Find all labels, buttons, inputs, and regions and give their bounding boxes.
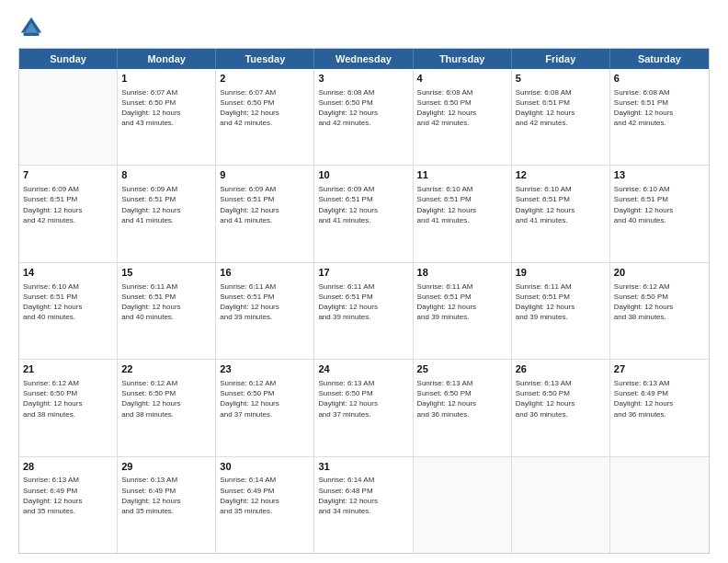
cell-info-line: and 39 minutes. (318, 312, 408, 322)
cell-info-line: Sunset: 6:50 PM (417, 98, 507, 108)
calendar-cell: 23Sunrise: 6:12 AMSunset: 6:50 PMDayligh… (216, 360, 314, 455)
cell-info-line: Sunset: 6:50 PM (516, 388, 606, 398)
day-number: 20 (614, 266, 705, 280)
day-number: 9 (220, 168, 310, 182)
cell-info-line: Sunrise: 6:11 AM (220, 282, 310, 292)
calendar-cell: 12Sunrise: 6:10 AMSunset: 6:51 PMDayligh… (512, 166, 610, 261)
cell-info-line: Sunrise: 6:10 AM (417, 184, 507, 194)
cell-info-line: Daylight: 12 hours (614, 108, 705, 118)
cell-info-line: Sunset: 6:50 PM (220, 388, 310, 398)
cell-info-line: and 37 minutes. (318, 409, 408, 419)
day-number: 2 (220, 72, 310, 86)
cell-info-line: and 40 minutes. (121, 312, 211, 322)
header (18, 15, 710, 40)
calendar-cell: 11Sunrise: 6:10 AMSunset: 6:51 PMDayligh… (414, 166, 512, 261)
calendar-cell: 22Sunrise: 6:12 AMSunset: 6:50 PMDayligh… (118, 360, 216, 455)
cell-info-line: Sunset: 6:49 PM (23, 486, 113, 496)
cell-info-line: Sunrise: 6:10 AM (23, 282, 113, 292)
cell-info-line: Daylight: 12 hours (417, 108, 507, 118)
day-number: 15 (121, 266, 211, 280)
cell-info-line: and 39 minutes. (417, 312, 507, 322)
cell-info-line: Sunset: 6:49 PM (121, 486, 211, 496)
cell-info-line: Sunset: 6:49 PM (614, 388, 705, 398)
cell-info-line: Sunset: 6:49 PM (220, 486, 310, 496)
day-number: 12 (516, 168, 606, 182)
cell-info-line: and 35 minutes. (23, 506, 113, 516)
header-day-monday: Monday (118, 49, 216, 69)
cell-info-line: Daylight: 12 hours (516, 108, 606, 118)
page: SundayMondayTuesdayWednesdayThursdayFrid… (0, 0, 728, 563)
cell-info-line: Sunrise: 6:09 AM (318, 184, 408, 194)
cell-info-line: Daylight: 12 hours (614, 205, 705, 215)
calendar-cell (512, 457, 610, 553)
cell-info-line: Sunrise: 6:10 AM (614, 184, 705, 194)
cell-info-line: Daylight: 12 hours (121, 302, 211, 312)
cell-info-line: and 35 minutes. (220, 506, 310, 516)
calendar-cell: 26Sunrise: 6:13 AMSunset: 6:50 PMDayligh… (512, 360, 610, 455)
calendar-cell: 3Sunrise: 6:08 AMSunset: 6:50 PMDaylight… (314, 69, 413, 165)
day-number: 14 (23, 266, 113, 280)
day-number: 3 (318, 72, 408, 86)
cell-info-line: and 41 minutes. (516, 215, 606, 225)
cell-info-line: Sunrise: 6:12 AM (121, 378, 211, 388)
cell-info-line: Sunset: 6:51 PM (318, 194, 408, 204)
cell-info-line: and 42 minutes. (318, 118, 408, 128)
logo (18, 15, 48, 40)
svg-rect-2 (24, 33, 40, 37)
calendar-cell: 20Sunrise: 6:12 AMSunset: 6:50 PMDayligh… (610, 263, 709, 359)
cell-info-line: Daylight: 12 hours (220, 302, 310, 312)
day-number: 30 (220, 460, 310, 474)
calendar-row-0: 1Sunrise: 6:07 AMSunset: 6:50 PMDaylight… (19, 69, 709, 166)
calendar-cell: 14Sunrise: 6:10 AMSunset: 6:51 PMDayligh… (19, 263, 118, 359)
cell-info-line: Sunset: 6:50 PM (121, 98, 211, 108)
header-day-saturday: Saturday (610, 49, 709, 69)
cell-info-line: Sunset: 6:48 PM (318, 486, 408, 496)
cell-info-line: Sunrise: 6:11 AM (121, 282, 211, 292)
cell-info-line: Daylight: 12 hours (23, 496, 113, 506)
calendar-row-4: 28Sunrise: 6:13 AMSunset: 6:49 PMDayligh… (19, 457, 709, 553)
header-day-wednesday: Wednesday (314, 49, 413, 69)
day-number: 28 (23, 460, 113, 474)
cell-info-line: and 34 minutes. (318, 506, 408, 516)
cell-info-line: Sunset: 6:51 PM (220, 194, 310, 204)
cell-info-line: Daylight: 12 hours (516, 302, 606, 312)
cell-info-line: and 42 minutes. (516, 118, 606, 128)
cell-info-line: Sunset: 6:51 PM (121, 292, 211, 302)
calendar-header: SundayMondayTuesdayWednesdayThursdayFrid… (19, 49, 709, 69)
day-number: 6 (614, 72, 705, 86)
calendar-cell: 31Sunrise: 6:14 AMSunset: 6:48 PMDayligh… (314, 457, 413, 553)
day-number: 19 (516, 266, 606, 280)
cell-info-line: Daylight: 12 hours (220, 205, 310, 215)
cell-info-line: Daylight: 12 hours (614, 398, 705, 408)
cell-info-line: Daylight: 12 hours (318, 205, 408, 215)
calendar-cell: 8Sunrise: 6:09 AMSunset: 6:51 PMDaylight… (118, 166, 216, 261)
calendar-cell: 18Sunrise: 6:11 AMSunset: 6:51 PMDayligh… (414, 263, 512, 359)
cell-info-line: Daylight: 12 hours (417, 302, 507, 312)
cell-info-line: Sunset: 6:51 PM (121, 194, 211, 204)
cell-info-line: Sunset: 6:51 PM (23, 194, 113, 204)
cell-info-line: Sunrise: 6:09 AM (220, 184, 310, 194)
cell-info-line: Sunset: 6:50 PM (220, 98, 310, 108)
cell-info-line: Sunrise: 6:09 AM (121, 184, 211, 194)
cell-info-line: Daylight: 12 hours (516, 398, 606, 408)
cell-info-line: Sunrise: 6:13 AM (318, 378, 408, 388)
cell-info-line: and 41 minutes. (318, 215, 408, 225)
cell-info-line: Sunrise: 6:08 AM (318, 87, 408, 98)
cell-info-line: Sunset: 6:51 PM (417, 292, 507, 302)
cell-info-line: Sunset: 6:50 PM (417, 388, 507, 398)
cell-info-line: and 42 minutes. (220, 118, 310, 128)
day-number: 31 (318, 460, 408, 474)
calendar-cell: 19Sunrise: 6:11 AMSunset: 6:51 PMDayligh… (512, 263, 610, 359)
calendar-cell: 21Sunrise: 6:12 AMSunset: 6:50 PMDayligh… (19, 360, 118, 455)
cell-info-line: Sunrise: 6:09 AM (23, 184, 113, 194)
cell-info-line: and 40 minutes. (614, 215, 705, 225)
cell-info-line: Sunrise: 6:12 AM (220, 378, 310, 388)
cell-info-line: Daylight: 12 hours (220, 108, 310, 118)
cell-info-line: Daylight: 12 hours (23, 205, 113, 215)
calendar-cell: 29Sunrise: 6:13 AMSunset: 6:49 PMDayligh… (118, 457, 216, 553)
calendar-cell: 1Sunrise: 6:07 AMSunset: 6:50 PMDaylight… (118, 69, 216, 165)
calendar-cell: 4Sunrise: 6:08 AMSunset: 6:50 PMDaylight… (414, 69, 512, 165)
cell-info-line: Daylight: 12 hours (121, 398, 211, 408)
cell-info-line: Daylight: 12 hours (220, 496, 310, 506)
day-number: 21 (23, 362, 113, 376)
